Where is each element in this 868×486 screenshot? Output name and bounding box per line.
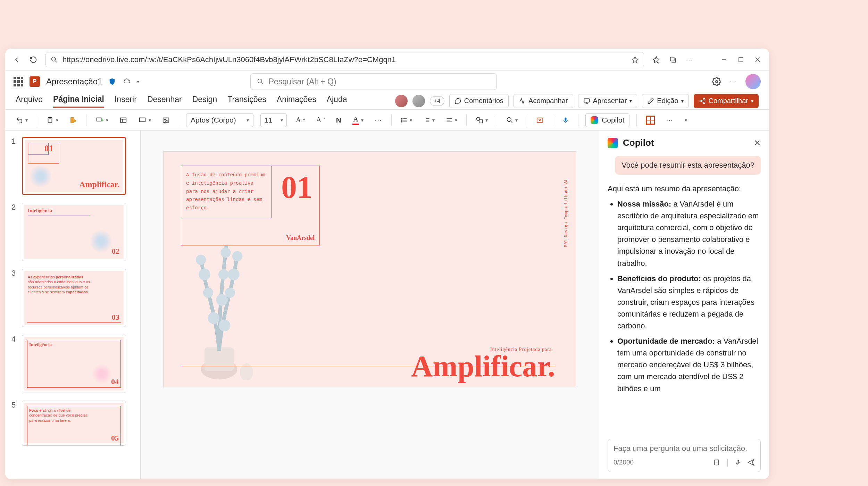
char-counter: 0/2000 (614, 459, 634, 466)
catchup-button[interactable]: Acompanhar (514, 94, 573, 108)
svg-point-32 (220, 248, 231, 258)
shrink-font-button[interactable]: Aˇ (314, 114, 327, 126)
powerpoint-icon: P (30, 76, 40, 87)
comments-button[interactable]: Comentários (449, 94, 509, 108)
mic-icon[interactable] (735, 459, 741, 466)
svg-point-0 (52, 57, 56, 61)
align-button[interactable]: ▾ (444, 115, 459, 125)
tab-desenhar[interactable]: Desenhar (147, 95, 182, 107)
section-button[interactable]: ▾ (136, 115, 153, 125)
find-button[interactable]: ▾ (504, 115, 520, 125)
collaborator-avatar[interactable] (412, 95, 425, 107)
document-title[interactable]: Apresentação1 (46, 77, 102, 86)
copilot-icon (608, 138, 618, 148)
slide-canvas[interactable]: A fusão de conteúdo premium e inteligênc… (141, 131, 599, 479)
minimize-icon[interactable] (720, 55, 729, 64)
paste-button[interactable]: ▾ (44, 115, 60, 125)
tab-animacoes[interactable]: Animações (277, 95, 316, 107)
slide-number-big: 01 (281, 169, 312, 205)
search-box[interactable] (250, 73, 497, 90)
tab-transicoes[interactable]: Transições (227, 95, 266, 107)
undo-button[interactable]: ▾ (14, 115, 30, 125)
slide-number: 3 (11, 269, 19, 327)
bullets-button[interactable]: ▾ (399, 115, 414, 125)
tab-pagina-inicial[interactable]: Página Inicial (53, 94, 104, 108)
format-painter-button[interactable] (67, 115, 79, 125)
prompt-book-icon[interactable] (713, 459, 720, 466)
collaborator-avatar[interactable] (395, 95, 408, 107)
url-input[interactable] (62, 55, 626, 64)
svg-point-34 (216, 294, 228, 306)
present-button[interactable]: Apresentar ▾ (578, 94, 637, 108)
cloud-sync-icon[interactable] (122, 77, 131, 86)
copilot-input-box[interactable]: 0/2000 | (608, 439, 761, 472)
thumbnail-slide-2[interactable]: Inteligência 02 (22, 203, 126, 261)
tab-arquivo[interactable]: Arquivo (16, 95, 43, 107)
app-title-bar: P Apresentação1 ▾ ⋯ (5, 71, 769, 92)
chevron-down-icon[interactable]: ▾ (137, 79, 139, 84)
tab-design[interactable]: Design (192, 95, 217, 107)
close-pane-button[interactable]: ✕ (754, 138, 761, 148)
thumbnail-slide-4[interactable]: Inteligência 04 (22, 335, 126, 393)
share-button[interactable]: Compartilhar ▾ (694, 94, 759, 108)
back-icon[interactable] (12, 55, 21, 64)
grid-view-button[interactable] (644, 114, 657, 126)
svg-point-35 (208, 312, 219, 324)
svg-point-27 (199, 269, 210, 280)
send-icon[interactable] (747, 459, 755, 466)
svg-point-7 (703, 98, 705, 100)
font-color-button[interactable]: A▾ (350, 114, 366, 126)
shapes-button[interactable]: ▾ (474, 115, 490, 125)
font-size[interactable]: 11▾ (260, 113, 287, 127)
svg-point-3 (258, 79, 262, 83)
font-select[interactable]: Aptos (Corpo)▾ (186, 113, 253, 127)
browser-window: ⋯ P Apresentação1 ▾ (5, 49, 769, 479)
thumbnail-slide-5[interactable]: Foco é atingir o nível de concentração d… (22, 401, 126, 446)
activity-icon (519, 98, 526, 104)
ribbon-tabs: Arquivo Página Inicial Inserir Desenhar … (5, 92, 769, 110)
slide-thumbnails: 1 01 Amplificar. 2 Inteligência (5, 131, 141, 479)
more-font-button[interactable]: ⋯ (373, 115, 384, 126)
grow-font-button[interactable]: A^ (294, 114, 307, 126)
thumbnail-slide-1[interactable]: 01 Amplificar. (22, 137, 126, 195)
svg-rect-12 (120, 118, 126, 122)
svg-rect-20 (479, 120, 482, 123)
layout-button[interactable] (117, 115, 129, 125)
slide-main[interactable]: A fusão de conteúdo premium e inteligênc… (163, 151, 576, 387)
search-input[interactable] (269, 77, 490, 86)
collaborator-count[interactable]: +4 (430, 96, 444, 106)
collapse-ribbon-button[interactable]: ▾ (683, 116, 689, 124)
copilot-button[interactable]: Copilot (585, 113, 629, 127)
svg-point-28 (203, 287, 213, 298)
more-icon[interactable]: ⋯ (729, 77, 737, 86)
thumbnail-slide-3[interactable]: As experiências personalizadas são adapt… (22, 269, 126, 327)
designer-button[interactable] (534, 115, 546, 125)
copilot-input[interactable] (614, 444, 755, 453)
new-slide-button[interactable]: ▾ (93, 115, 110, 125)
ribbon-toolbar: ▾ ▾ ▾ ▾ Aptos (Corpo)▾ 11▾ A^ Aˇ N A▾ ⋯ … (5, 110, 769, 131)
address-bar[interactable] (45, 52, 644, 67)
maximize-icon[interactable] (736, 55, 745, 64)
tab-ajuda[interactable]: Ajuda (327, 95, 347, 107)
svg-rect-39 (737, 460, 739, 463)
close-icon[interactable] (753, 55, 762, 64)
tab-inserir[interactable]: Inserir (115, 95, 137, 107)
collections-icon[interactable] (668, 55, 677, 64)
settings-icon[interactable] (712, 77, 721, 86)
browser-more-icon[interactable]: ⋯ (685, 55, 694, 64)
user-avatar[interactable] (745, 74, 761, 89)
app-launcher-icon[interactable] (14, 77, 23, 86)
shield-icon[interactable] (108, 78, 116, 85)
favorites-icon[interactable] (652, 55, 661, 64)
refresh-icon[interactable] (29, 55, 38, 64)
star-add-icon[interactable] (631, 56, 639, 64)
svg-point-15 (164, 119, 166, 120)
svg-point-21 (507, 117, 511, 122)
dictate-button[interactable] (560, 115, 571, 126)
numbering-button[interactable]: ▾ (421, 115, 437, 125)
copilot-pane: Copilot ✕ Você pode resumir esta apresen… (599, 131, 769, 479)
image-button[interactable] (160, 115, 172, 125)
editing-button[interactable]: Edição ▾ (642, 94, 688, 108)
more-toolbar-button[interactable]: ⋯ (664, 115, 676, 126)
bold-button[interactable]: N (334, 115, 343, 126)
